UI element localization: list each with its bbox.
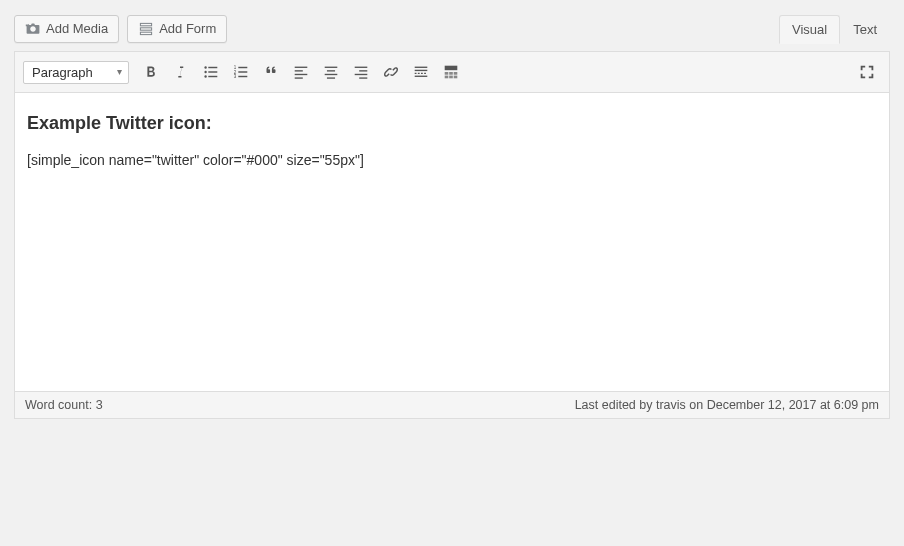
link-button[interactable] bbox=[377, 58, 405, 86]
svg-rect-10 bbox=[238, 67, 247, 68]
svg-rect-26 bbox=[359, 77, 367, 78]
svg-rect-35 bbox=[445, 76, 449, 79]
svg-rect-14 bbox=[238, 76, 247, 77]
toolbar-toggle-button[interactable] bbox=[437, 58, 465, 86]
svg-rect-15 bbox=[295, 67, 308, 68]
svg-point-5 bbox=[204, 71, 206, 73]
svg-rect-17 bbox=[295, 74, 308, 75]
align-right-icon bbox=[352, 63, 370, 81]
svg-rect-1 bbox=[141, 27, 152, 29]
fullscreen-button[interactable] bbox=[853, 58, 881, 86]
align-right-button[interactable] bbox=[347, 58, 375, 86]
add-media-label: Add Media bbox=[46, 21, 108, 36]
svg-rect-31 bbox=[445, 66, 458, 71]
svg-rect-0 bbox=[141, 23, 152, 25]
svg-rect-25 bbox=[355, 74, 368, 75]
status-bar: Word count: 3 Last edited by travis on D… bbox=[14, 392, 890, 419]
svg-rect-20 bbox=[327, 70, 335, 71]
bullet-list-icon bbox=[202, 63, 220, 81]
svg-point-3 bbox=[204, 66, 206, 68]
toolbar-container: Paragraph 123 bbox=[14, 51, 890, 92]
add-media-button[interactable]: Add Media bbox=[14, 15, 119, 43]
svg-rect-28 bbox=[415, 70, 428, 71]
svg-rect-2 bbox=[141, 32, 152, 34]
svg-rect-24 bbox=[359, 70, 367, 71]
add-form-button[interactable]: Add Form bbox=[127, 15, 227, 43]
align-center-button[interactable] bbox=[317, 58, 345, 86]
numbered-list-button[interactable]: 123 bbox=[227, 58, 255, 86]
tab-visual[interactable]: Visual bbox=[779, 15, 840, 44]
word-count: Word count: 3 bbox=[25, 398, 103, 412]
add-form-label: Add Form bbox=[159, 21, 216, 36]
camera-icon bbox=[25, 21, 41, 37]
italic-button[interactable] bbox=[167, 58, 195, 86]
svg-rect-23 bbox=[355, 67, 368, 68]
form-icon bbox=[138, 21, 154, 37]
editor-container: Add Media Add Form Visual Text Paragraph bbox=[0, 0, 904, 433]
svg-rect-8 bbox=[208, 76, 217, 77]
svg-rect-34 bbox=[454, 72, 458, 75]
read-more-icon bbox=[412, 63, 430, 81]
svg-rect-18 bbox=[295, 77, 303, 78]
italic-icon bbox=[172, 63, 190, 81]
svg-rect-33 bbox=[449, 72, 453, 75]
editor-tabs: Visual Text bbox=[779, 14, 890, 43]
link-icon bbox=[382, 63, 400, 81]
numbered-list-icon: 123 bbox=[232, 63, 250, 81]
svg-rect-32 bbox=[445, 72, 449, 75]
svg-rect-19 bbox=[325, 67, 338, 68]
bold-icon bbox=[142, 63, 160, 81]
bullet-list-button[interactable] bbox=[197, 58, 225, 86]
svg-point-7 bbox=[204, 75, 206, 77]
svg-rect-16 bbox=[295, 70, 303, 71]
editor-toolbar: Paragraph 123 bbox=[15, 52, 889, 92]
tab-text[interactable]: Text bbox=[840, 15, 890, 44]
editor-top-row: Add Media Add Form Visual Text bbox=[14, 14, 890, 43]
svg-rect-21 bbox=[325, 74, 338, 75]
svg-rect-6 bbox=[208, 71, 217, 72]
content-body: [simple_icon name="twitter" color="#000"… bbox=[27, 152, 877, 168]
svg-text:3: 3 bbox=[234, 74, 237, 79]
svg-rect-22 bbox=[327, 77, 335, 78]
svg-rect-4 bbox=[208, 67, 217, 68]
read-more-button[interactable] bbox=[407, 58, 435, 86]
svg-rect-12 bbox=[238, 71, 247, 72]
editor-content[interactable]: Example Twitter icon: [simple_icon name=… bbox=[14, 92, 890, 392]
align-left-button[interactable] bbox=[287, 58, 315, 86]
align-center-icon bbox=[322, 63, 340, 81]
svg-rect-27 bbox=[415, 67, 428, 68]
blockquote-icon bbox=[262, 63, 280, 81]
svg-rect-36 bbox=[449, 76, 453, 79]
format-select[interactable]: Paragraph bbox=[23, 61, 129, 84]
toolbar-toggle-icon bbox=[442, 63, 460, 81]
content-heading: Example Twitter icon: bbox=[27, 113, 877, 134]
align-left-icon bbox=[292, 63, 310, 81]
svg-rect-30 bbox=[415, 76, 428, 77]
fullscreen-icon bbox=[858, 63, 876, 81]
last-edited: Last edited by travis on December 12, 20… bbox=[575, 398, 879, 412]
bold-button[interactable] bbox=[137, 58, 165, 86]
svg-rect-37 bbox=[454, 76, 458, 79]
blockquote-button[interactable] bbox=[257, 58, 285, 86]
